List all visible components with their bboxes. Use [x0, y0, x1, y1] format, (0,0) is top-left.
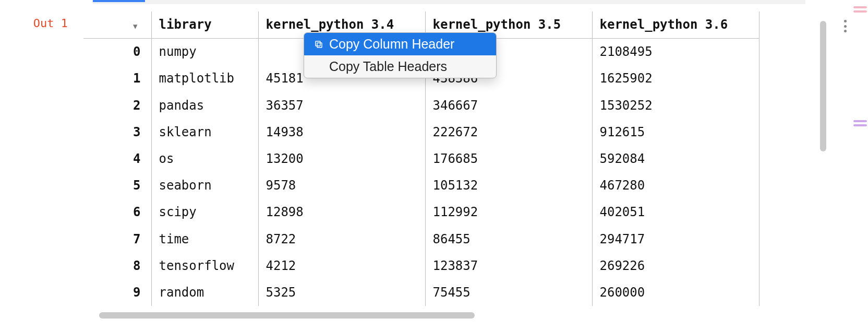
table-cell: 467280 — [592, 172, 759, 199]
cell-toolbar-bg — [93, 0, 805, 4]
row-index: 3 — [83, 119, 151, 146]
table-cell: 36357 — [258, 92, 425, 119]
table-cell: 402051 — [592, 199, 759, 226]
table-row: 8tensorflow4212123837269226 — [83, 253, 759, 279]
table-cell: numpy — [151, 39, 258, 66]
table-cell: 8722 — [258, 226, 425, 253]
row-index: 1 — [83, 65, 151, 92]
row-index: 0 — [83, 39, 151, 66]
table-row: 9random532575455260000 — [83, 279, 759, 306]
copy-icon — [314, 40, 324, 49]
table-cell: 9578 — [258, 172, 425, 199]
table-cell: 912615 — [592, 119, 759, 146]
context-menu-item-label: Copy Table Headers — [329, 59, 447, 74]
table-row: 5seaborn9578105132467280 — [83, 172, 759, 199]
table-cell: 105132 — [425, 172, 592, 199]
horizontal-scrollbar[interactable] — [99, 312, 579, 320]
horizontal-scrollbar-thumb[interactable] — [99, 312, 475, 319]
table-row: 2pandas363573466671530252 — [83, 92, 759, 119]
table-cell: 294717 — [592, 226, 759, 253]
table-cell: 176685 — [425, 146, 592, 172]
table-cell: matplotlib — [151, 65, 258, 92]
table-cell: 346667 — [425, 92, 592, 119]
table-cell: 86455 — [425, 226, 592, 253]
row-index: 2 — [83, 92, 151, 119]
cell-active-indicator — [93, 0, 145, 2]
table-cell: 222672 — [425, 119, 592, 146]
table-row: 7time872286455294717 — [83, 226, 759, 253]
table-cell: 1625902 — [592, 65, 759, 92]
row-index: 9 — [83, 279, 151, 306]
table-cell: 14938 — [258, 119, 425, 146]
chevron-down-icon[interactable]: ▼ — [133, 22, 140, 30]
context-menu-item[interactable]: Copy Table Headers — [304, 55, 496, 78]
context-menu-item-label: Copy Column Header — [329, 37, 454, 52]
table-row: 6scipy12898112992402051 — [83, 199, 759, 226]
row-index: 7 — [83, 226, 151, 253]
row-index: 4 — [83, 146, 151, 172]
table-cell: 2108495 — [592, 39, 759, 66]
table-cell: 12898 — [258, 199, 425, 226]
table-cell: scipy — [151, 199, 258, 226]
table-cell: 123837 — [425, 253, 592, 279]
column-header-library[interactable]: library — [151, 11, 258, 39]
table-cell: 260000 — [592, 279, 759, 306]
table-cell: sklearn — [151, 119, 258, 146]
table-row: 3sklearn14938222672912615 — [83, 119, 759, 146]
table-cell: os — [151, 146, 258, 172]
context-menu: Copy Column HeaderCopy Table Headers — [304, 32, 497, 78]
row-index: 8 — [83, 253, 151, 279]
table-cell: 269226 — [592, 253, 759, 279]
table-cell: random — [151, 279, 258, 306]
output-area: ▼ library kernel_python 3.4 kernel_pytho… — [83, 5, 868, 330]
output-cell: Out 1 ▼ library kernel_python 3.4 kernel… — [0, 0, 868, 330]
table-cell: seaborn — [151, 172, 258, 199]
index-header[interactable]: ▼ — [83, 11, 151, 39]
table-cell: 1530252 — [592, 92, 759, 119]
row-index: 5 — [83, 172, 151, 199]
context-menu-item[interactable]: Copy Column Header — [304, 33, 496, 55]
table-cell: pandas — [151, 92, 258, 119]
table-row: 4os13200176685592084 — [83, 146, 759, 172]
svg-rect-0 — [317, 43, 322, 48]
table-cell: 13200 — [258, 146, 425, 172]
row-index: 6 — [83, 199, 151, 226]
table-cell: time — [151, 226, 258, 253]
table-cell: tensorflow — [151, 253, 258, 279]
table-cell: 4212 — [258, 253, 425, 279]
cell-more-actions-button[interactable] — [838, 19, 852, 33]
vertical-scrollbar-thumb[interactable] — [820, 21, 826, 151]
svg-rect-1 — [316, 41, 320, 46]
table-cell: 75455 — [425, 279, 592, 306]
table-cell: 5325 — [258, 279, 425, 306]
table-cell: 112992 — [425, 199, 592, 226]
output-prompt: Out 1 — [0, 5, 83, 30]
table-cell: 592084 — [592, 146, 759, 172]
column-header-py36[interactable]: kernel_python 3.6 — [592, 11, 759, 39]
